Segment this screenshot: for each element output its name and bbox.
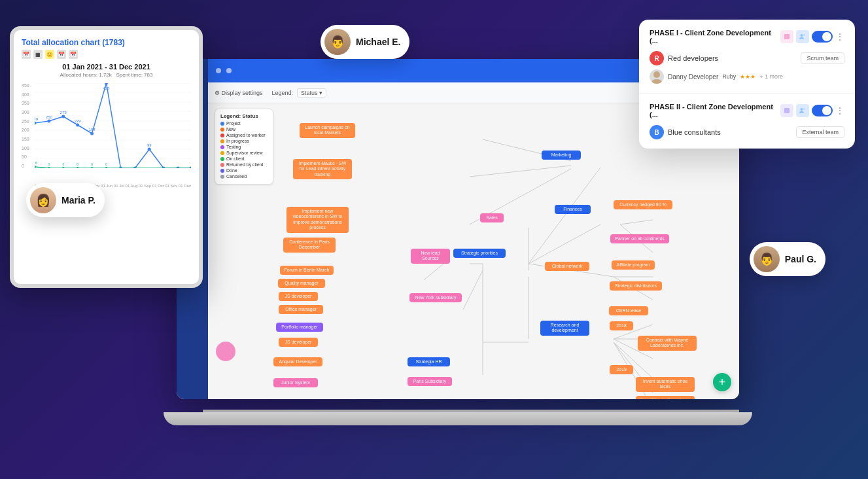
phase2-title: PHASE II - Client Zone Development (... [650,103,780,118]
node-marketing[interactable]: Marketing [542,151,581,160]
topbar-indicator [216,68,221,73]
svg-text:250: 250 [46,115,53,119]
node-invent[interactable]: Invent automatic shoe laces [636,377,695,392]
node-campaigns[interactable]: Launch campaigns on local Markets [300,123,355,138]
display-settings-label: ⚙ Display settings [215,90,263,96]
node-research[interactable]: Research and development [540,321,589,336]
phase2-team-label[interactable]: External team [796,126,844,138]
node-jsdev2[interactable]: JS developer [279,338,318,347]
svg-text:99: 99 [147,143,152,147]
phase1-dev-more: + 1 more [759,73,783,80]
node-newlead[interactable]: New lead Sources [411,249,450,264]
node-strategic[interactable]: Strategic priorities [453,249,506,258]
svg-point-82 [651,79,662,84]
chart-icon-cal2[interactable]: 📅 [57,50,66,59]
node-finances[interactable]: Finances [555,205,591,214]
phase1-team-left: R Red developers [650,51,718,65]
node-jsdev[interactable]: JS developer [279,292,318,301]
tablet-content: Total allocation chart (1783) 📅 ▦ 🙂 📅 📅 … [14,30,199,284]
phase2-icon-users [796,104,809,117]
node-office[interactable]: Office manager [279,305,323,314]
node-mautic[interactable]: Implement Mautic - SW for Lead intrent a… [293,159,352,179]
svg-point-79 [801,34,803,37]
maria-bubble: 👩 Maria P. [26,183,105,217]
node-videoconf[interactable]: Implement new videoconferenc in SW to im… [286,207,349,233]
legend-onclient: On client [220,156,268,161]
chart-y-labels: 450400350300250200150100500 [22,83,35,168]
node-junior[interactable]: Junior System [273,378,318,387]
phase2-team-badge: B [650,125,664,139]
phase1-menu-dots[interactable]: ⋮ [835,31,844,42]
node-newyork[interactable]: New York subsidiary [409,293,462,302]
phase1-icon-users [796,30,809,43]
svg-point-50 [76,124,79,127]
chart-stats: Allocated hours: 1.72k Spent time: 783 [22,72,191,78]
node-cern[interactable]: CERN lease [609,306,648,315]
phase1-title: PHASE I - Client Zone Development (... [650,29,780,44]
svg-point-59 [35,166,36,168]
phase1-team-label[interactable]: Scrum team [801,52,844,64]
phase1-team-row: R Red developers Scrum team [650,51,844,65]
svg-rect-78 [784,34,790,39]
node-2018[interactable]: 2018 [610,321,633,330]
node-affiliate[interactable]: Affiliate program [612,260,655,270]
phase2-team-row: B Blue consultants External team [650,125,844,139]
node-cure[interactable]: Cure "Monday" syndrome [636,396,695,399]
chart-icon-grid[interactable]: ▦ [33,50,43,59]
svg-point-47 [35,122,36,125]
legend-project: Project [220,121,268,126]
phase1-icons: ⋮ [780,30,844,43]
svg-point-52 [105,83,108,85]
phase1-team-badge: R [650,51,664,65]
svg-text:0: 0 [91,162,93,166]
svg-point-64 [105,167,108,168]
chart-icon-smiley[interactable]: 🙂 [45,50,54,59]
phase2-team-left: B Blue consultants [650,125,721,139]
chart-svg: 239 250 275 229 184 425 99 7.6 0 0 0 0 0 [35,83,191,168]
legend-inprogress: In progress [220,139,268,143]
node-strategic-dist[interactable]: Strategic distributors [610,281,662,291]
svg-point-48 [47,120,50,123]
maria-name: Maria P. [61,195,95,205]
allocated-label: Allocated hours: 1.72k [60,72,112,78]
phase2-menu-dots[interactable]: ⋮ [835,105,844,116]
svg-point-84 [801,108,803,111]
phase2-icon-purple [780,104,793,117]
node-conference[interactable]: Conference in Paris December [283,238,336,253]
phase1-toggle[interactable] [812,31,833,43]
status-dropdown[interactable]: Status ▾ [297,88,326,98]
svg-line-34 [470,166,571,177]
node-portfolio[interactable]: Portfolio manager [276,323,323,332]
node-sales[interactable]: Sales [480,213,504,222]
node-forum[interactable]: Forum in Berlin March [280,266,334,275]
legend-returned: Returned by client [220,162,268,167]
node-strategia[interactable]: Strategia HR [408,357,450,366]
chart-icon-cal3[interactable]: 📅 [69,50,78,59]
node-angular[interactable]: Angular Developer [273,357,322,366]
node-partner[interactable]: Partner on all continents [610,234,669,243]
michael-avatar: 👨 [324,29,351,55]
chart-date-range: 01 Jan 2021 - 31 Dec 2021 [22,63,191,71]
node-2019[interactable]: 2019 [610,365,633,374]
phase2-icons: ⋮ [780,104,844,117]
svg-text:7.6: 7.6 [35,161,38,165]
phase1-dev-name: Danny Developer [668,73,718,80]
node-quality[interactable]: Quality manager [278,279,325,288]
node-wayne[interactable]: Contract with Wayne Laboratories inc. [638,336,697,351]
node-globalnet[interactable]: Global network [545,262,589,271]
svg-line-32 [424,264,443,280]
chart-icon-calendar[interactable]: 📅 [22,50,31,59]
topbar-indicator-2 [226,68,232,73]
node-paris[interactable]: Paris Subsidiary [408,377,452,386]
phase2-toggle[interactable] [812,105,833,116]
svg-text:0: 0 [77,162,78,166]
paul-name: Paul G. [785,254,816,264]
svg-text:0: 0 [62,162,64,166]
add-node-button[interactable]: + [713,373,731,391]
card-panel: PHASE I - Client Zone Development (... ⋮… [639,20,855,149]
tablet-screen: Total allocation chart (1783) 📅 ▦ 🙂 📅 📅 … [10,26,203,288]
svg-text:0: 0 [105,162,107,166]
node-currency[interactable]: Currency hedged 90 % [614,200,672,209]
laptop-base [164,412,752,425]
svg-point-85 [803,108,805,110]
